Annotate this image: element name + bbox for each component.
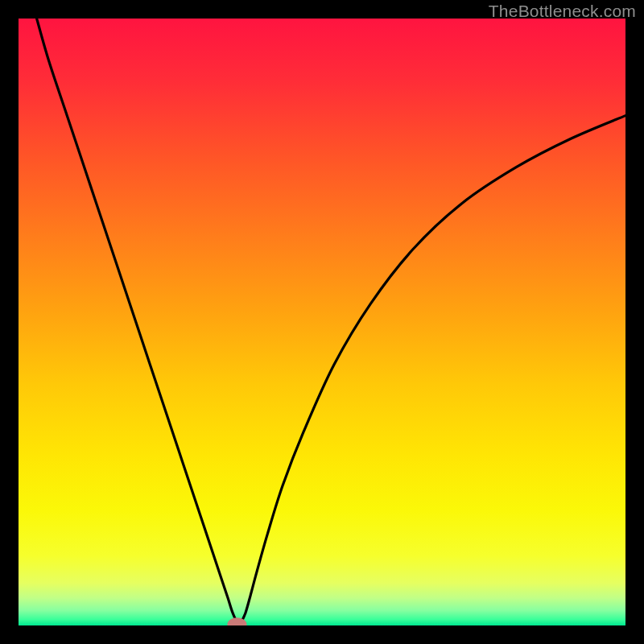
chart-svg	[19, 19, 625, 625]
watermark-text: TheBottleneck.com	[489, 2, 636, 21]
chart-background-gradient	[19, 19, 625, 625]
chart-frame	[19, 19, 625, 625]
